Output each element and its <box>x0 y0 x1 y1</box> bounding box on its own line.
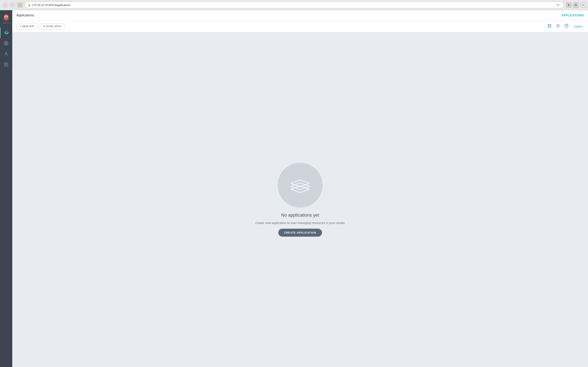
tab-overview-button[interactable]: □ <box>17 2 23 8</box>
logout-button[interactable]: Logout <box>572 24 584 29</box>
gear-icon <box>4 41 8 46</box>
nav-buttons: ‹ › <box>2 2 15 8</box>
address-bar: 🔒 ↻ <box>25 2 564 8</box>
empty-state-subtitle: Create new application to start managing… <box>255 221 345 225</box>
back-button[interactable]: ‹ <box>2 2 8 8</box>
svg-rect-13 <box>550 24 551 25</box>
url-input[interactable] <box>32 3 555 7</box>
sidebar-item-applications[interactable] <box>0 27 12 38</box>
sync-apps-button[interactable]: ↺ SYNC APPS <box>40 23 65 29</box>
sidebar-item-logs[interactable] <box>0 59 12 70</box>
create-application-button[interactable]: CREATE APPLICATION <box>278 229 322 237</box>
list-view-button[interactable] <box>555 23 561 30</box>
user-icon <box>4 52 8 56</box>
sidebar-item-settings[interactable] <box>0 38 12 49</box>
share-button[interactable]: ⬆ <box>566 2 572 8</box>
browser-actions: ⬆ ⧉ <box>566 2 579 8</box>
new-tab-button[interactable]: + <box>581 3 586 8</box>
app-wrapper: v1.4.2+4 <box>0 10 588 367</box>
octopus-logo-icon <box>2 14 10 21</box>
grid-view-button[interactable] <box>546 23 553 30</box>
sidebar: v1.4.2+4 <box>0 10 12 367</box>
main-content: Applications APPLICATIONS + NEW APP ↺ SY… <box>12 10 588 367</box>
header-right: APPLICATIONS <box>562 14 584 17</box>
logs-icon <box>4 62 8 67</box>
grid-view-icon <box>547 24 551 28</box>
svg-rect-12 <box>548 24 549 25</box>
toolbar: + NEW APP ↺ SYNC APPS <box>12 20 588 32</box>
sidebar-logo: v1.4.2+4 <box>0 10 12 26</box>
svg-point-6 <box>6 43 7 44</box>
browser-chrome: ‹ › □ 🔒 ↻ ⬆ ⧉ + <box>0 0 588 10</box>
svg-rect-14 <box>548 26 549 27</box>
toolbar-right: Logout <box>546 23 584 30</box>
empty-state-icon <box>289 175 311 195</box>
new-app-button[interactable]: + NEW APP <box>16 23 38 29</box>
empty-state-title: No applications yet <box>281 213 319 218</box>
chart-view-button[interactable] <box>563 23 570 30</box>
layers-nav-icon <box>4 30 9 35</box>
reload-button[interactable]: ↻ <box>556 3 561 7</box>
svg-marker-20 <box>291 183 309 190</box>
app-header: Applications APPLICATIONS <box>12 10 588 20</box>
forward-button[interactable]: › <box>9 2 15 8</box>
lock-icon: 🔒 <box>28 4 31 6</box>
empty-icon-circle <box>278 163 323 208</box>
svg-point-4 <box>7 16 7 17</box>
svg-point-3 <box>5 16 6 17</box>
page-title: Applications <box>16 14 34 17</box>
sidebar-nav <box>0 26 12 70</box>
toolbar-left: + NEW APP ↺ SYNC APPS <box>16 23 65 29</box>
svg-point-0 <box>4 15 8 19</box>
sidebar-item-user[interactable] <box>0 49 12 59</box>
svg-rect-15 <box>550 26 551 27</box>
browser-toolbar: ‹ › □ 🔒 ↻ ⬆ ⧉ + <box>0 0 588 10</box>
svg-point-7 <box>5 52 7 54</box>
bookmark-button[interactable]: ⧉ <box>573 2 579 8</box>
chart-view-icon <box>564 24 569 28</box>
empty-state: No applications yet Create new applicati… <box>12 32 588 367</box>
app-nav-label: APPLICATIONS <box>562 14 584 17</box>
list-view-icon <box>556 24 560 28</box>
version-label: v1.4.2+4 <box>3 22 10 24</box>
